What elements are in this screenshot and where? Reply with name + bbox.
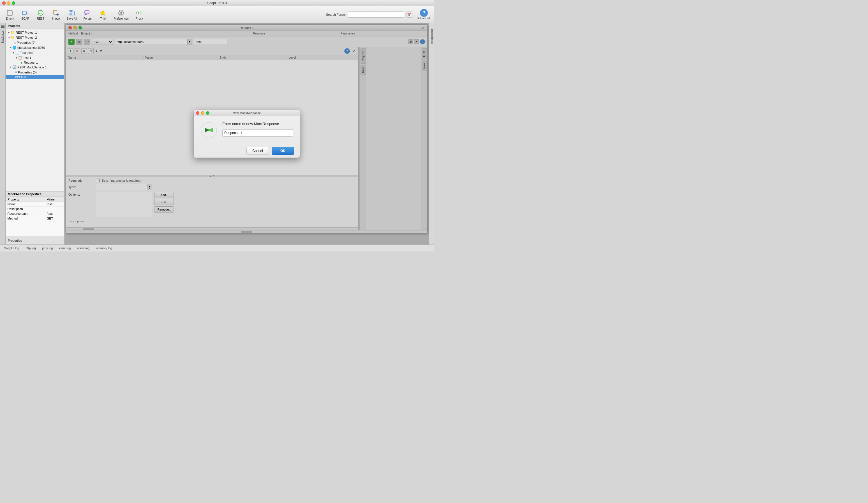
save-all-button[interactable]: Save All [64,8,79,21]
folder-icon-1: 📁 [11,31,15,34]
log-tab-wsrm[interactable]: wsrm log [76,246,91,250]
prop-cell-method-key: Method [6,216,45,221]
prop-cell-name-key: Name [6,202,45,207]
sidebar-item-properties[interactable]: ≡ Properties (0) [6,40,64,45]
svg-rect-16 [1,25,4,25]
tree-label-4: http://localhost:8080 [17,46,45,49]
prop-cell-desc-val [45,207,64,212]
endpoint-icon: GET [15,76,20,79]
dialog-title: New MockResponse [233,111,261,115]
svg-rect-9 [70,11,72,12]
properties-bottom-btn[interactable]: Properties [6,236,64,245]
cancel-button[interactable]: Cancel [246,147,269,155]
sidebar-item-rest-project-2[interactable]: ▼ 📁 REST Project 2 [6,35,64,40]
prop-cell-method-val: GET [45,216,64,221]
tree-label-3: Properties (0) [17,41,35,44]
forum-button[interactable]: Forum [81,8,94,21]
title-bar: SoapUI 5.3.0 [0,0,434,6]
svg-rect-11 [85,11,89,14]
search-input[interactable] [348,11,404,18]
search-area: Search Forum 📅 [326,11,412,18]
soapui-logo [200,122,217,138]
main-toolbar: Empty SOAP REST REST Import [0,6,434,23]
import-icon [52,9,60,17]
dialog-content: Enter name of new MockResponse [222,122,293,136]
dialog-overlay: New MockResponse [64,23,429,245]
tree-label-8: REST MockService 1 [17,65,46,69]
prop-row-resource: Resource path /test [6,212,64,216]
sidebar-item-test-path[interactable]: ▼ 📄 Test [/test] [6,50,64,55]
prop-row-desc: Description [6,207,64,212]
mock-action-properties-panel: MockAction Properties Property Value Nam… [6,191,64,236]
sidebar-item-mock-service[interactable]: ▼ 🔄 REST MockService 1 [6,65,64,70]
sidebar-item-request-1[interactable]: ▶ Request 1 [6,60,64,65]
dialog-titlebar: New MockResponse [194,110,300,116]
svg-point-12 [120,12,122,14]
svg-line-2 [27,12,28,12]
server-icon: 🌐 [12,46,17,50]
sidebar-item-test-endpoint[interactable]: GET test [6,75,64,79]
search-forum-label: Search Forum [326,13,346,16]
svg-rect-6 [53,10,57,14]
ok-button[interactable]: OK [272,147,294,155]
empty-label: Empty [6,17,14,20]
soap-icon [21,9,29,17]
sidebar-item-server[interactable]: ▼ 🌐 http://localhost:8080 [6,45,64,50]
save-all-label: Save All [67,17,77,20]
minimize-button[interactable] [7,1,10,5]
properties-icon-1: ≡ [14,41,16,44]
sidebar-tree: ▶ 📁 REST Project 1 ▼ 📁 REST Project 2 ≡ … [6,29,64,191]
dialog-close-button[interactable] [196,111,199,115]
svg-line-3 [27,13,28,14]
proxy-label: Proxy [136,17,143,20]
tree-label-9: Properties (0) [18,71,37,74]
tree-arrow-1: ▶ [8,31,11,34]
dialog-footer: Cancel OK [194,144,300,157]
trial-button[interactable]: Trial [96,8,110,21]
prop-row-name: Name test [6,202,64,207]
empty-button[interactable]: Empty [3,8,17,21]
soap-button[interactable]: SOAP [18,8,32,21]
online-help-button[interactable]: ? Online Help [417,9,431,20]
nav-icon[interactable] [1,24,5,29]
search-calendar-button[interactable]: 📅 [406,11,412,18]
dialog-min-button[interactable] [201,111,204,115]
test-path-icon: 📄 [15,51,19,55]
maximize-button[interactable] [12,1,15,5]
dialog-max-button[interactable] [206,111,209,115]
tree-label-1: REST Project 1 [16,31,37,34]
log-tab-error[interactable]: error log [58,246,72,250]
prop-cell-resource-val: /test [45,212,64,216]
svg-rect-1 [22,11,27,14]
rest-button[interactable]: REST REST [34,8,48,21]
log-tab-memory[interactable]: memory log [95,246,113,250]
prop-cell-name-val: test [45,202,64,207]
tree-arrow-2: ▼ [8,36,11,39]
preferences-button[interactable]: Preferences [111,8,131,21]
log-tab-http[interactable]: http log [24,246,37,250]
svg-rect-17 [1,26,4,27]
mock-response-name-input[interactable] [222,129,293,136]
navigator-label[interactable]: Navigator [1,31,4,43]
properties-table: Property Value Name test Description Res… [6,197,64,221]
request-icon: ▶ [21,61,23,64]
tree-label-6: Test 1 [23,56,31,60]
sidebar-item-mock-properties[interactable]: ≡ Properties (0) [6,70,64,75]
log-tab-soapui[interactable]: SoapUI log [3,246,20,250]
prop-cell-resource-key: Resource path [6,212,45,216]
svg-point-13 [136,12,139,14]
close-button[interactable] [2,1,6,5]
tree-arrow-5: ▼ [12,51,15,54]
properties-panel-title: MockAction Properties [6,192,64,197]
online-help-icon: ? [420,9,428,17]
log-bar: SoapUI log http log jetty log error log … [0,245,434,252]
import-button[interactable]: Import [49,8,63,21]
inspector-label: Inspector [430,29,433,44]
proxy-button[interactable]: Proxy [132,8,146,21]
log-tab-jetty[interactable]: jetty log [41,246,54,250]
preferences-icon [117,9,125,17]
window-controls[interactable] [2,1,15,5]
prop-row-method: Method GET [6,216,64,221]
sidebar-item-rest-project-1[interactable]: ▶ 📁 REST Project 1 [6,30,64,35]
sidebar-item-test-1[interactable]: ▼ 📋 Test 1 [6,55,64,60]
